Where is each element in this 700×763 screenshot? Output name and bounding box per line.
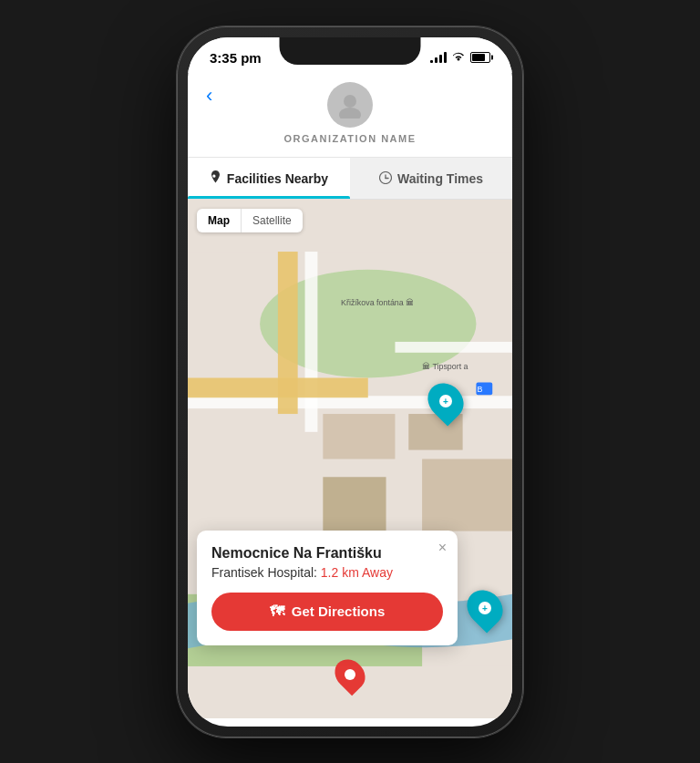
org-name: ORGANIZATION NAME xyxy=(283,133,416,144)
signal-icon xyxy=(430,52,447,63)
info-popup: × Nemocnice Na Františku Frantisek Hospi… xyxy=(197,531,458,645)
clock-icon xyxy=(379,171,392,187)
svg-point-0 xyxy=(344,95,356,108)
back-button[interactable]: ‹ xyxy=(206,84,212,108)
svg-rect-13 xyxy=(323,414,395,459)
svg-rect-15 xyxy=(422,459,512,531)
phone-screen: 3:35 pm ‹ xyxy=(188,37,512,727)
svg-text:B: B xyxy=(477,385,482,394)
location-icon xyxy=(210,170,221,188)
notch xyxy=(280,37,421,65)
get-directions-button[interactable]: 🗺 Get Directions xyxy=(211,593,443,631)
directions-button-label: Get Directions xyxy=(292,603,386,619)
status-time: 3:35 pm xyxy=(210,50,262,66)
location-pin-main: + xyxy=(429,382,462,420)
battery-icon xyxy=(470,52,490,63)
tabs: Facilities Nearby Waiting Times xyxy=(188,158,512,200)
tab-waiting-label: Waiting Times xyxy=(397,171,483,186)
map-toggle-satellite[interactable]: Satellite xyxy=(242,209,303,232)
svg-point-1 xyxy=(339,108,361,119)
tab-waiting[interactable]: Waiting Times xyxy=(350,158,512,199)
tab-facilities-label: Facilities Nearby xyxy=(227,171,328,186)
map-toggle-map[interactable]: Map xyxy=(197,209,241,232)
popup-distance: 1.2 km Away xyxy=(321,565,393,580)
wifi-icon xyxy=(451,51,466,65)
svg-text:🏛 Tipsport a: 🏛 Tipsport a xyxy=(422,361,468,370)
screen-content: ‹ ORGANIZATION NAME Fa xyxy=(188,73,512,718)
svg-rect-10 xyxy=(395,341,512,352)
location-pin-bottom xyxy=(336,658,364,691)
map-toggle: Map Satellite xyxy=(197,209,303,232)
header: ‹ ORGANIZATION NAME xyxy=(188,73,512,158)
avatar xyxy=(327,82,373,128)
map-container[interactable]: Křižíkova fontána 🏛 🏛 Tipsport a Letensk… xyxy=(188,200,512,718)
phone-frame: 3:35 pm ‹ xyxy=(177,26,523,737)
popup-close-button[interactable]: × xyxy=(438,540,447,556)
popup-subtitle-prefix: Frantisek Hospital: xyxy=(211,565,317,580)
svg-rect-9 xyxy=(305,252,318,432)
location-pin-right: + xyxy=(468,589,501,627)
tab-facilities[interactable]: Facilities Nearby xyxy=(188,158,350,199)
svg-text:Křižíkova fontána 🏛: Křižíkova fontána 🏛 xyxy=(341,298,414,307)
directions-map-icon: 🗺 xyxy=(270,603,284,620)
status-icons xyxy=(430,51,490,65)
popup-subtitle: Frantisek Hospital: 1.2 km Away xyxy=(211,565,443,580)
popup-title: Nemocnice Na Františku xyxy=(211,545,443,562)
svg-rect-12 xyxy=(188,377,368,397)
